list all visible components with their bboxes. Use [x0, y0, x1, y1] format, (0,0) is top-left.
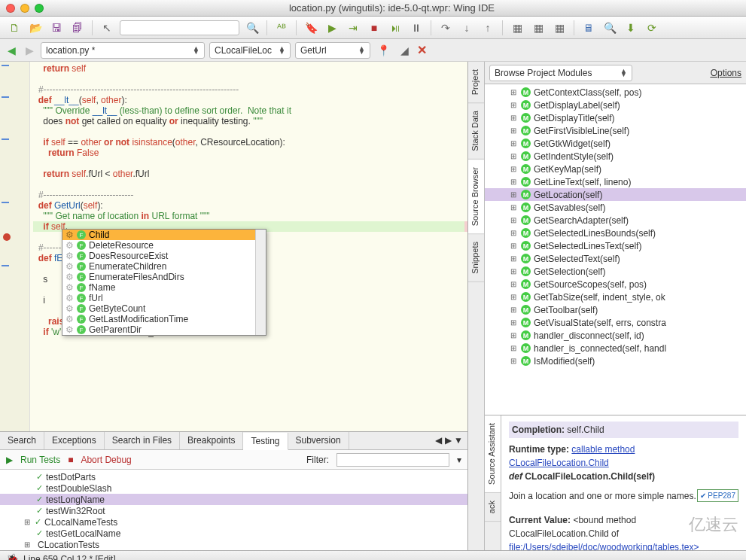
browse-combo[interactable]: Browse Project Modules ▲▼	[489, 65, 632, 81]
search-icon[interactable]: 🔍	[244, 20, 260, 36]
browser-tree-item[interactable]: ⊞MGetGtkWidget(self)	[485, 137, 746, 150]
open-file-icon[interactable]: 📂	[27, 20, 44, 36]
test-tree-item[interactable]: ✓testDotParts	[0, 471, 467, 482]
bottom-tab[interactable]: Breakpoints	[180, 432, 243, 449]
nav-forward-icon[interactable]: ▶	[23, 44, 36, 57]
close-file-icon[interactable]: ✕	[417, 43, 427, 57]
refresh-icon[interactable]: ⟳	[644, 20, 660, 36]
autocomplete-item[interactable]: ⚙FGetByteCount	[62, 303, 255, 314]
browser-tree-item[interactable]: ⊞MGetTabSize(self, indent_style, ok	[485, 291, 746, 303]
autocomplete-popup[interactable]: ⚙FChild⚙FDeleteResource⚙FDoesResourceExi…	[62, 229, 266, 336]
browser-tree-item[interactable]: ⊞MGetSavables(self)	[485, 201, 746, 214]
browser-tree-item[interactable]: ⊞Mhandler_is_connected(self, handl	[485, 342, 746, 355]
pause-icon[interactable]: ⏸	[408, 20, 425, 36]
view3-icon[interactable]: ▦	[551, 20, 568, 36]
window-minimize[interactable]	[20, 4, 29, 13]
browser-tree-item[interactable]: ⊞MGetLineText(self, lineno)	[485, 175, 746, 188]
pin-icon[interactable]: 📍	[375, 42, 391, 59]
nav-back-icon[interactable]: ◀	[5, 44, 18, 57]
step-out-icon[interactable]: ↑	[480, 20, 496, 36]
test-tree[interactable]: ✓testDotParts✓testDoubleSlash✓testLongNa…	[0, 470, 467, 550]
runtime-link2[interactable]: CLocalFileLocation.Child	[509, 458, 609, 468]
browser-tree-item[interactable]: ⊞MGetSelectedLinesBounds(self)	[485, 227, 746, 239]
download-icon[interactable]: ⬇	[623, 20, 639, 36]
autocomplete-scrollbar[interactable]	[255, 230, 266, 335]
source-browser-tree[interactable]: ⊞MGetContextClass(self, pos)⊞MGetDisplay…	[485, 84, 746, 415]
test-tree-item[interactable]: ✓testLongName	[0, 494, 467, 505]
abort-debug-button[interactable]: Abort Debug	[81, 455, 131, 465]
browser-tree-item[interactable]: ⊞MGetKeyMap(self)	[485, 163, 746, 175]
test-tree-item[interactable]: ✓testWin32Root	[0, 505, 467, 516]
step-into-icon[interactable]: ↓	[458, 20, 475, 36]
file-combo[interactable]: location.py * ▲▼	[41, 42, 205, 59]
replace-icon[interactable]: ᴬᴮ	[273, 20, 290, 36]
runtime-link1[interactable]: callable method	[571, 444, 635, 455]
browser-tree-item[interactable]: ⊞Mhandler_disconnect(self, id)	[485, 329, 746, 342]
autocomplete-item[interactable]: ⚙FEnumerateFilesAndDirs	[62, 272, 255, 282]
scope-combo[interactable]: CLocalFileLoc ▲▼	[209, 42, 291, 59]
browser-tree-item[interactable]: ⊞MGetToolbar(self)	[485, 303, 746, 316]
test-tree-item[interactable]: ⊞CLocationTests	[0, 539, 467, 550]
browser-tree-item[interactable]: ⊞MGetSelectedText(self)	[485, 252, 746, 265]
bottom-tab[interactable]: Search	[0, 432, 44, 449]
autocomplete-item[interactable]: ⚙FfName	[62, 282, 255, 293]
current-value-link[interactable]: file:/Users/sdeibel/doc/woodworking/tabl…	[509, 542, 699, 550]
browser-tree-item[interactable]: ⊞MGetContextClass(self, pos)	[485, 86, 746, 99]
save-all-icon[interactable]: 🗐	[69, 20, 86, 36]
vertical-tab[interactable]: Stack Data	[468, 103, 484, 160]
window-zoom[interactable]	[35, 4, 44, 13]
autocomplete-item[interactable]: ⚙FDeleteResource	[62, 240, 255, 251]
browser-tree-item[interactable]: ⊞MGetIndentStyle(self)	[485, 150, 746, 163]
tab-overflow-icon[interactable]: ◀ ▶ ▼	[431, 432, 467, 449]
assistant-vertical-tab[interactable]: Source Assistant	[485, 415, 501, 493]
step-over-icon[interactable]: ↷	[437, 20, 454, 36]
abort-icon[interactable]: ■	[68, 455, 73, 465]
find-icon[interactable]: 🔍	[601, 20, 618, 36]
test-tree-item[interactable]: ⊞✓CLocalNameTests	[0, 516, 467, 528]
debug-icon[interactable]: ⇥	[345, 20, 361, 36]
browser-tree-item[interactable]: ⊞MGetSearchAdapter(self)	[485, 214, 746, 227]
vertical-tab[interactable]: Source Browser	[468, 160, 484, 234]
browser-tree-item[interactable]: ⊞MGetSelection(self)	[485, 265, 746, 278]
continue-icon[interactable]: ⏯	[387, 20, 403, 36]
bottom-tab[interactable]: Subversion	[288, 432, 349, 449]
editor-gutter[interactable]	[0, 62, 30, 431]
autocomplete-item[interactable]: ⚙FChild	[62, 230, 255, 240]
dropdown-icon[interactable]: ▾	[457, 455, 461, 465]
browser-tree-item[interactable]: ⊞MGetDisplayLabel(self)	[485, 99, 746, 111]
autocomplete-item[interactable]: ⚙FGetParentDir	[62, 324, 255, 335]
autocomplete-item[interactable]: ⚙FDoesResourceExist	[62, 251, 255, 261]
run-tests-button[interactable]: Run Tests	[20, 455, 60, 465]
monitor-icon[interactable]: 🖥	[580, 20, 597, 36]
bookmark-icon[interactable]: 🔖	[303, 20, 319, 36]
view2-icon[interactable]: ▦	[530, 20, 547, 36]
window-close[interactable]	[6, 4, 15, 13]
view-icon[interactable]: ▦	[509, 20, 525, 36]
test-tree-item[interactable]: ✓testDoubleSlash	[0, 482, 467, 494]
run-tests-icon[interactable]: ▶	[6, 455, 13, 465]
autocomplete-item[interactable]: ⚙FGetLastModificationTime	[62, 314, 255, 324]
search-input[interactable]	[120, 20, 239, 35]
browser-tree-item[interactable]: ⊞MGetLocation(self)	[485, 188, 746, 201]
vertical-tab[interactable]: Snippets	[468, 234, 484, 282]
goto-icon[interactable]: ↖	[99, 20, 115, 36]
browser-tree-item[interactable]: ⊞MGetVisualState(self, errs, constra	[485, 316, 746, 329]
browser-tree-item[interactable]: ⊞MGetSelectedLinesText(self)	[485, 239, 746, 252]
browser-tree-item[interactable]: ⊞MGetDisplayTitle(self)	[485, 111, 746, 124]
new-file-icon[interactable]: 🗋	[6, 20, 23, 36]
stop-icon[interactable]: ■	[366, 20, 382, 36]
filter-input[interactable]	[336, 453, 449, 467]
browser-tree-item[interactable]: ⊞MIsModified(self)	[485, 355, 746, 367]
split-icon[interactable]: ◢	[396, 42, 413, 59]
run-icon[interactable]: ▶	[324, 20, 340, 36]
autocomplete-item[interactable]: ⚙FEnumerateChildren	[62, 261, 255, 272]
bottom-tab[interactable]: Exceptions	[44, 432, 105, 449]
autocomplete-item[interactable]: ⚙FfUrl	[62, 293, 255, 303]
browser-tree-item[interactable]: ⊞MGetSourceScopes(self, pos)	[485, 278, 746, 291]
bottom-tab[interactable]: Testing	[243, 433, 288, 450]
browser-tree-item[interactable]: ⊞MGetFirstVisibleLine(self)	[485, 124, 746, 137]
bottom-tab[interactable]: Search in Files	[105, 432, 180, 449]
test-tree-item[interactable]: ✓testGetLocalName	[0, 528, 467, 539]
code-editor[interactable]: return self #---------------------------…	[0, 62, 467, 431]
symbol-combo[interactable]: GetUrl ▲▼	[295, 42, 370, 59]
